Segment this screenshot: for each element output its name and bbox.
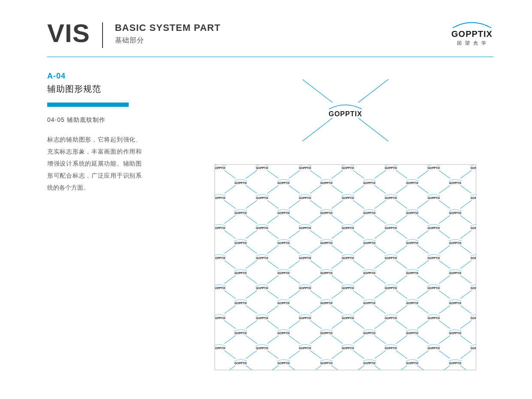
unit-brand-text: GOPPTIX: [327, 110, 363, 118]
accent-bar: [47, 103, 129, 107]
body-paragraph: 标志的辅助图形，它将起到强化、充实标志形象，丰富画面的作用和增强设计系统的延展功…: [47, 133, 142, 193]
subsection-number: 04-05 辅助底纹制作: [47, 116, 176, 124]
svg-line-0: [302, 79, 332, 103]
subtitle-chinese: 基础部分: [115, 36, 221, 45]
vis-title: VIS: [47, 21, 90, 46]
svg-line-3: [358, 118, 388, 141]
unit-center-logo: GOPPTIX: [327, 103, 363, 118]
pattern-tile: GOPPTIX GOPPTIX: [215, 164, 476, 370]
logo-arc-icon: [450, 21, 493, 28]
brand-name-cn: 国望光学: [450, 40, 493, 46]
section-title: 辅助图形规范: [47, 83, 176, 95]
vertical-divider: [102, 22, 103, 48]
right-column: GOPPTIX GOPPTIX: [176, 72, 493, 370]
left-column: A-04 辅助图形规范 04-05 辅助底纹制作 标志的辅助图形，它将起到强化、…: [47, 72, 176, 370]
pattern-single-unit: GOPPTIX: [290, 72, 401, 149]
page-header: VIS BASIC SYSTEM PART 基础部分 GOPPTIX 国望光学: [0, 0, 532, 48]
svg-rect-29: [215, 164, 476, 370]
svg-line-2: [302, 118, 332, 141]
mini-arc-icon: [327, 103, 363, 109]
subtitle-block: BASIC SYSTEM PART 基础部分: [115, 21, 221, 45]
pattern-preview-box: GOPPTIX GOPPTIX: [215, 164, 476, 370]
brand-name: GOPPTIX: [450, 29, 493, 39]
subtitle-english: BASIC SYSTEM PART: [115, 22, 221, 33]
svg-line-1: [358, 79, 388, 103]
content-area: A-04 辅助图形规范 04-05 辅助底纹制作 标志的辅助图形，它将起到强化、…: [0, 57, 532, 370]
brand-logo: GOPPTIX 国望光学: [450, 21, 493, 46]
section-code: A-04: [47, 72, 176, 81]
